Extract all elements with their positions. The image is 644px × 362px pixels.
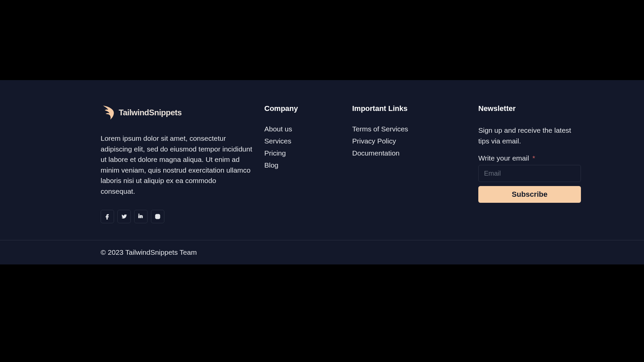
social-links xyxy=(101,210,252,223)
facebook-icon xyxy=(104,214,110,220)
important-links: Terms of Services Privacy Policy Documen… xyxy=(352,125,466,157)
subscribe-button[interactable]: Subscribe xyxy=(478,186,581,203)
facebook-link[interactable] xyxy=(101,210,114,223)
brand-description: Lorem ipsum dolor sit amet, consectetur … xyxy=(101,133,252,196)
link-privacy[interactable]: Privacy Policy xyxy=(352,137,396,145)
newsletter-description: Sign up and receive the latest tips via … xyxy=(478,125,581,146)
svg-point-2 xyxy=(159,215,159,216)
link-pricing[interactable]: Pricing xyxy=(264,149,286,157)
link-services[interactable]: Services xyxy=(264,137,291,145)
email-input[interactable] xyxy=(478,165,581,182)
site-footer: TailwindSnippets Lorem ipsum dolor sit a… xyxy=(0,80,644,264)
instagram-link[interactable] xyxy=(151,210,164,223)
link-blog[interactable]: Blog xyxy=(264,161,278,169)
footer-content: TailwindSnippets Lorem ipsum dolor sit a… xyxy=(101,80,543,240)
link-terms[interactable]: Terms of Services xyxy=(352,125,408,133)
email-label: Write your email * xyxy=(478,154,581,162)
footer-important-column: Important Links Terms of Services Privac… xyxy=(352,104,466,223)
company-heading: Company xyxy=(264,104,340,113)
brand-logo-icon xyxy=(101,104,115,121)
footer-brand-column: TailwindSnippets Lorem ipsum dolor sit a… xyxy=(101,104,252,223)
twitter-icon xyxy=(121,214,127,220)
twitter-link[interactable] xyxy=(117,210,131,223)
link-documentation[interactable]: Documentation xyxy=(352,149,399,157)
email-label-text: Write your email xyxy=(478,154,529,162)
footer-bottom-bar: © 2023 TailwindSnippets Team xyxy=(0,240,644,264)
important-heading: Important Links xyxy=(352,104,466,113)
svg-point-1 xyxy=(157,216,159,218)
newsletter-heading: Newsletter xyxy=(478,104,581,113)
footer-company-column: Company About us Services Pricing Blog xyxy=(264,104,340,223)
brand-name: TailwindSnippets xyxy=(119,108,182,117)
company-links: About us Services Pricing Blog xyxy=(264,125,340,169)
brand-logo[interactable]: TailwindSnippets xyxy=(101,104,252,121)
copyright-text: © 2023 TailwindSnippets Team xyxy=(101,248,543,256)
link-about-us[interactable]: About us xyxy=(264,125,292,133)
linkedin-link[interactable] xyxy=(134,210,148,223)
required-indicator: * xyxy=(532,154,535,162)
instagram-icon xyxy=(155,214,161,220)
footer-newsletter-column: Newsletter Sign up and receive the lates… xyxy=(478,104,581,223)
linkedin-icon xyxy=(138,214,144,220)
